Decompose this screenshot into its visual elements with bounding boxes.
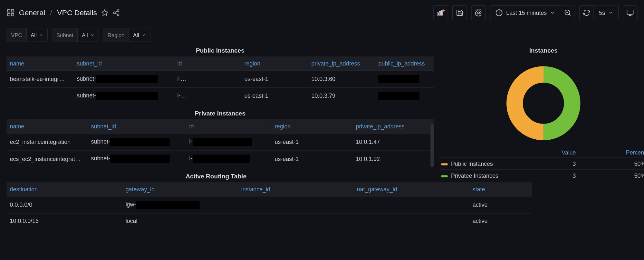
svg-marker-4 <box>102 10 108 15</box>
col-public-ip[interactable]: public_ip_address <box>375 56 434 71</box>
breadcrumb: General / VPC Details <box>19 8 97 17</box>
chevron-down-icon <box>550 10 555 15</box>
monitor-button[interactable] <box>623 5 638 20</box>
variable-vpc[interactable]: VPC All <box>6 28 48 42</box>
redacted-value <box>110 138 170 146</box>
redacted-value <box>136 201 200 209</box>
save-button[interactable] <box>452 5 467 20</box>
col-id[interactable]: id <box>186 119 271 134</box>
page-title[interactable]: VPC Details <box>57 8 97 17</box>
add-panel-button[interactable]: + <box>434 5 448 20</box>
col-id[interactable]: id <box>174 56 241 71</box>
apps-icon[interactable] <box>6 9 14 17</box>
redacted-value <box>192 155 250 163</box>
redacted-value <box>110 155 170 163</box>
svg-rect-11 <box>439 12 441 15</box>
swatch-icon <box>441 163 447 165</box>
col-subnet-id[interactable]: subnet_id <box>88 119 186 134</box>
zoom-out-button[interactable] <box>560 5 575 20</box>
star-icon[interactable] <box>101 9 109 16</box>
col-name[interactable]: name <box>6 119 88 134</box>
svg-rect-1 <box>11 10 14 12</box>
redacted-value <box>192 138 252 146</box>
page-header: General / VPC Details + <box>0 0 644 25</box>
svg-point-5 <box>117 10 119 12</box>
svg-rect-3 <box>8 14 10 16</box>
panel-title[interactable]: Public Instances <box>6 47 434 54</box>
svg-rect-10 <box>437 13 438 15</box>
svg-point-13 <box>478 12 480 14</box>
public-instances-table: name subnet_id id region private_ip_addr… <box>6 56 434 104</box>
chevron-down-icon <box>141 33 146 37</box>
redacted-value <box>181 75 238 83</box>
refresh-interval-label: 5s <box>599 9 605 16</box>
col-region[interactable]: region <box>271 119 352 134</box>
panel-private-instances: Private Instances name subnet_id id regi… <box>6 110 434 167</box>
svg-line-16 <box>569 14 570 15</box>
variable-subnet[interactable]: Subnet All <box>52 28 99 42</box>
redacted-value <box>181 92 238 100</box>
table-row[interactable]: subnet- i- us-east-1 10.0.3.79 <box>6 87 434 104</box>
col-destination[interactable]: destination <box>6 182 122 196</box>
svg-rect-2 <box>11 14 14 16</box>
private-instances-table: name subnet_id id region private_ip_addr… <box>6 119 434 167</box>
col-region[interactable]: region <box>241 56 308 71</box>
breadcrumb-separator: / <box>50 8 52 17</box>
svg-rect-0 <box>8 10 10 12</box>
panel-title[interactable]: Private Instances <box>6 110 434 117</box>
panel-public-instances: Public Instances name subnet_id id regio… <box>6 47 434 104</box>
svg-point-6 <box>113 12 115 14</box>
scrollbar[interactable] <box>430 124 434 167</box>
redacted-value <box>96 75 158 83</box>
svg-line-8 <box>115 13 118 15</box>
table-row[interactable]: ecs_ec2_instanceintegrat… subnet- i- us-… <box>6 150 434 167</box>
legend-row[interactable]: Privatee Instances 3 50% <box>439 170 644 181</box>
col-percent[interactable]: Percent <box>578 148 644 158</box>
panel-title[interactable]: Instances <box>529 47 558 54</box>
donut-chart[interactable] <box>502 56 584 148</box>
chevron-down-icon <box>608 10 613 15</box>
col-name[interactable]: name <box>6 56 73 71</box>
panel-title[interactable]: Active Routing Table <box>6 173 426 180</box>
refresh-button[interactable] <box>579 5 594 20</box>
redacted-value <box>96 92 158 100</box>
svg-rect-18 <box>627 10 633 14</box>
table-row[interactable]: ec2_instanceintegration subnet- i- us-ea… <box>6 134 434 150</box>
redacted-value <box>379 75 420 83</box>
col-instance-id[interactable]: instance_id <box>238 182 353 196</box>
refresh-interval-picker[interactable]: 5s <box>594 5 619 20</box>
col-private-ip[interactable]: private_ip_address <box>352 119 434 134</box>
breadcrumb-folder[interactable]: General <box>19 8 45 17</box>
chart-legend: Value Percent Public Instances 3 50% Pri… <box>439 148 644 182</box>
settings-button[interactable] <box>471 5 486 20</box>
col-private-ip[interactable]: private_ip_address <box>308 56 375 71</box>
panel-instances-chart: Instances Value Percent Public Instances… <box>439 47 644 228</box>
col-subnet-id[interactable]: subnet_id <box>73 56 174 71</box>
share-icon[interactable] <box>112 9 120 16</box>
legend-row[interactable]: Public Instances 3 50% <box>439 158 644 170</box>
swatch-icon <box>441 175 447 177</box>
time-range-picker[interactable]: Last 15 minutes <box>490 5 561 20</box>
svg-point-7 <box>117 14 119 16</box>
chevron-down-icon <box>39 33 43 37</box>
redacted-value <box>379 92 420 100</box>
svg-line-9 <box>115 11 118 12</box>
table-row[interactable]: beanstalk-ee-integr… subnet- i- us-east-… <box>6 71 434 87</box>
variable-bar: VPC All Subnet All Region All <box>0 25 644 47</box>
variable-region[interactable]: Region All <box>103 28 150 42</box>
col-value[interactable]: Value <box>508 148 578 158</box>
time-range-label: Last 15 minutes <box>506 9 547 16</box>
col-gateway-id[interactable]: gateway_id <box>122 182 238 196</box>
chevron-down-icon <box>90 33 94 37</box>
